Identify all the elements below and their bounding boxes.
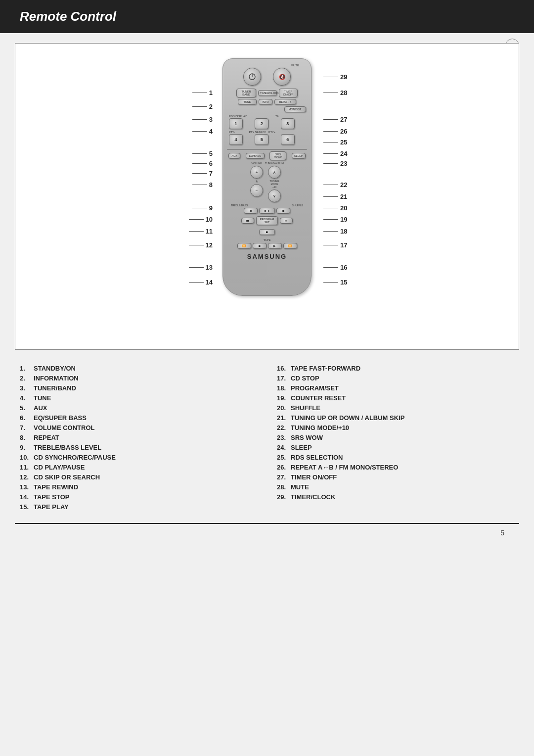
legend-item-14: 14. TAPE STOP — [20, 493, 257, 501]
volume-down-button[interactable]: − — [250, 184, 263, 197]
shuffle-btn[interactable]: ⇄ — [276, 208, 290, 214]
cd-play-pause-button[interactable]: ▶⏸ — [259, 208, 275, 214]
tape-play-button[interactable]: ▶ — [268, 243, 282, 249]
legend-item-26: 26. REPEAT A↔B / FM MONO/STEREO — [277, 464, 514, 471]
callout-8: 8 — [190, 181, 213, 189]
page-number: 5 — [500, 529, 504, 537]
page-header: Remote Control — [0, 0, 534, 33]
callout-17: 17 — [321, 241, 347, 249]
tuning-mode-label: TUNINGMODE+10 — [269, 180, 279, 189]
callout-21: 21 — [321, 193, 347, 200]
tape-stop-button[interactable]: ⏹ — [253, 243, 267, 249]
treble-bass-label: TREBLE/BASS — [231, 204, 248, 207]
callout-4: 4 — [190, 128, 213, 135]
tape-rewind-button[interactable]: ⏪ — [237, 243, 251, 249]
divider-1 — [227, 149, 307, 150]
cd-stop-button[interactable]: ⏹ — [259, 229, 275, 235]
callout-line — [192, 131, 207, 132]
diagram-box: 1 2 3 4 5 — [15, 43, 519, 350]
callout-line — [192, 185, 207, 185]
mono-stereo-button[interactable]: MONO/ST. — [284, 106, 306, 112]
callout-line — [189, 267, 204, 268]
callout-line — [192, 173, 207, 174]
tuning-up-button[interactable]: ∧ — [268, 166, 281, 179]
legend-item-13: 13. TAPE REWIND — [20, 483, 257, 491]
mute-label: MUTE — [227, 64, 307, 67]
callout-line — [323, 267, 338, 268]
sleep-button[interactable]: SLEEP — [292, 153, 306, 159]
num-3-button[interactable]: 3 — [281, 118, 295, 129]
num-4-button[interactable]: 4 — [229, 134, 243, 145]
callout-1: 1 — [190, 89, 213, 96]
legend-item-27: 27. TIMER ON/OFF — [277, 473, 514, 481]
legend-left-column: 1. STANDBY/ON 2. INFORMATION 3. TUNER/BA… — [20, 365, 257, 513]
tuning-album-label: TUNING/ALBUM — [265, 162, 284, 165]
legend-item-7: 7. VOLUME CONTROL — [20, 424, 257, 431]
callout-12: 12 — [187, 241, 213, 249]
legend-item-8: 8. REPEAT — [20, 434, 257, 441]
callout-line — [323, 219, 338, 220]
callout-29: 29 — [321, 73, 347, 81]
skip-fwd-button[interactable]: ⏭ — [280, 218, 293, 224]
legend-item-4: 4. TUNE — [20, 394, 257, 402]
info-button[interactable]: INFO — [259, 99, 272, 105]
callout-10: 10 — [187, 216, 213, 223]
callout-line — [323, 93, 338, 93]
srs-wow-button[interactable]: SRS WOW — [269, 151, 286, 160]
repeat-icon: ↻ — [256, 180, 258, 183]
callout-line — [323, 131, 338, 132]
callout-7: 7 — [190, 170, 213, 177]
callout-line — [192, 93, 207, 93]
legend-item-16: 16. TAPE FAST-FORWARD — [277, 365, 514, 372]
callouts-right: 29 28 27 26 — [321, 58, 405, 296]
power-button[interactable] — [243, 68, 261, 86]
callout-line — [192, 163, 207, 164]
callout-line — [323, 282, 338, 283]
tape-ff-button[interactable]: ⏩ — [283, 243, 297, 249]
timer-clock-button[interactable]: TIMER/CLOCK — [258, 90, 277, 96]
pty-plus-label: PTY+ — [268, 131, 275, 134]
legend-item-21: 21. TUNING UP OR DOWN / ALBUM SKIP — [277, 414, 514, 422]
callout-2: 2 — [190, 103, 213, 110]
aux-button[interactable]: AUX — [228, 153, 240, 159]
legend-item-28: 28. MUTE — [277, 483, 514, 491]
program-set-button[interactable]: PROGRAMSET — [256, 216, 278, 225]
eq-bass-button[interactable]: EQ/BASS — [246, 153, 265, 159]
callout-line — [323, 153, 338, 154]
legend-item-29: 29. TIMER/CLOCK — [277, 493, 514, 501]
volume-up-button[interactable]: + — [250, 166, 263, 179]
mute-button[interactable]: 🔇 — [273, 68, 291, 86]
callout-line — [323, 196, 338, 197]
remote-body: MUTE 🔇 TUNERBAND TIMER/CLOCK TIMER ON — [222, 58, 312, 296]
callout-13: 13 — [187, 264, 213, 271]
callout-5: 5 — [190, 150, 213, 157]
legend-item-10: 10. CD SYNCHRO/REC/PAUSE — [20, 454, 257, 461]
callout-14: 14 — [187, 279, 213, 286]
tuner-band-button[interactable]: TUNERBAND — [236, 89, 256, 97]
num-6-button[interactable]: 6 — [281, 134, 295, 145]
timer-onoff-button[interactable]: TIMER ON/OFF — [279, 89, 298, 97]
ta-label: TA — [275, 115, 279, 118]
tune-button[interactable]: TUNE — [238, 99, 257, 105]
skip-back-button[interactable]: ⏮ — [241, 218, 254, 224]
samsung-logo: SAMSUNG — [227, 253, 307, 260]
legend-item-5: 5. AUX — [20, 404, 257, 412]
callout-line — [323, 77, 338, 77]
legend-item-18: 18. PROGRAM/SET — [277, 384, 514, 392]
num-5-button[interactable]: 5 — [255, 134, 268, 145]
callouts-left: 1 2 3 4 5 — [129, 58, 213, 296]
legend-right-column: 16. TAPE FAST-FORWARD 17. CD STOP 18. PR… — [277, 365, 514, 513]
cd-sync-rec-button[interactable]: ⏺ — [244, 208, 258, 214]
legend-item-9: 9. TREBLE/BASS LEVEL — [20, 444, 257, 451]
num-2-button[interactable]: 2 — [255, 118, 268, 129]
rds-display-label: RDS DISPLAY — [229, 115, 273, 118]
num-1-button[interactable]: 1 — [229, 118, 243, 129]
tuning-down-button[interactable]: ∨ — [268, 189, 281, 202]
transport-section: ⏺ ▶⏸ ⇄ ⏮ PROGRAMSET ⏭ ⏹ — [227, 208, 307, 249]
legend-item-25: 25. RDS SELECTION — [277, 454, 514, 461]
callout-19: 19 — [321, 216, 347, 223]
repeat-ab-button[interactable]: REP.A→B — [274, 99, 296, 105]
page-footer: 5 — [15, 523, 519, 542]
callout-18: 18 — [321, 228, 347, 235]
callout-line — [189, 282, 204, 283]
